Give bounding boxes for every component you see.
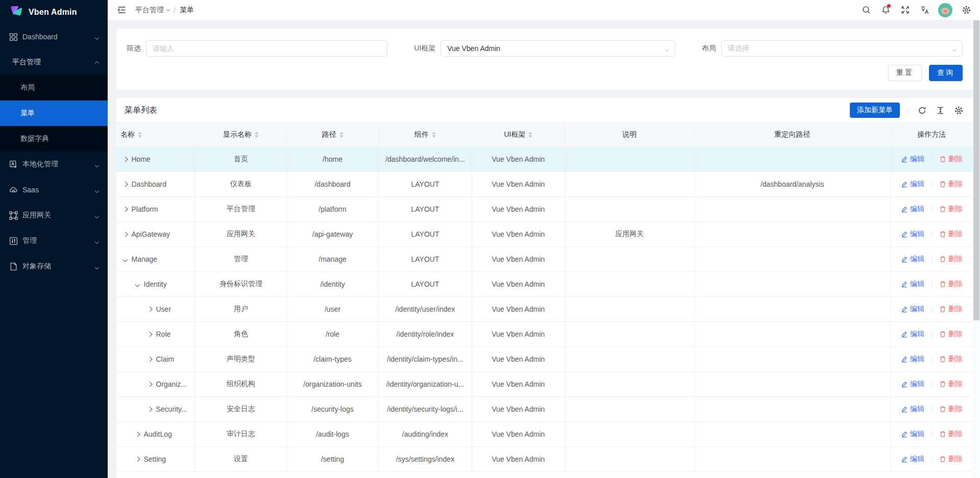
table-row[interactable]: Security... 安全日志 /security-logs /identit… [116, 397, 973, 422]
translate-icon[interactable] [916, 2, 933, 19]
expand-icon[interactable] [148, 408, 152, 411]
table-row[interactable]: Organiz... 组织机构 /organization-units /ide… [116, 372, 973, 397]
delete-button[interactable]: 删除 [939, 330, 963, 339]
filter-keyword-input[interactable] [146, 40, 387, 57]
search-button[interactable]: 查询 [929, 65, 963, 81]
sort-icon[interactable] [138, 132, 142, 138]
edit-button[interactable]: 编辑 [901, 280, 924, 289]
sidebar-item-layout[interactable]: 布局 [0, 75, 108, 100]
delete-button[interactable]: 删除 [939, 180, 963, 189]
column-header[interactable]: 重定向路径 [694, 123, 890, 147]
column-header[interactable]: 显示名称 [195, 123, 287, 147]
delete-button[interactable]: 删除 [939, 380, 963, 389]
expand-icon[interactable] [136, 283, 139, 286]
table-settings-gear-icon[interactable] [951, 103, 966, 117]
sidebar-item-manage[interactable]: 管理 [0, 228, 108, 254]
fullscreen-icon[interactable] [896, 2, 914, 19]
sidebar-item-app-gateway[interactable]: 应用网关 [0, 203, 108, 228]
scrollbar-track[interactable] [973, 20, 980, 478]
sort-icon[interactable] [528, 132, 532, 138]
expand-icon[interactable] [124, 233, 127, 236]
table-row[interactable]: ApiGateway 应用网关 /api-gateway LAYOUT Vue … [116, 222, 973, 247]
column-header[interactable]: 操作方法 [890, 123, 973, 147]
edit-button[interactable]: 编辑 [901, 330, 924, 339]
expand-icon[interactable] [148, 308, 152, 311]
table-row[interactable]: User 用户 /user /identity/user/index Vue V… [116, 297, 973, 322]
reset-button[interactable]: 重置 [888, 65, 922, 81]
delete-button[interactable]: 删除 [939, 155, 963, 164]
sort-icon[interactable] [255, 132, 259, 138]
settings-gear-icon[interactable] [958, 2, 975, 19]
edit-button[interactable]: 编辑 [901, 305, 924, 314]
expand-icon[interactable] [148, 333, 152, 336]
edit-button[interactable]: 编辑 [901, 355, 924, 364]
column-header[interactable]: UI框架 [472, 123, 565, 147]
menu-fold-icon[interactable] [114, 3, 129, 18]
expand-icon[interactable] [124, 158, 127, 161]
expand-icon[interactable] [148, 358, 152, 361]
breadcrumb-current[interactable]: 菜单 [180, 6, 194, 15]
edit-button[interactable]: 编辑 [901, 230, 924, 239]
table-row[interactable]: Role 角色 /role /identity/role/index Vue V… [116, 322, 973, 347]
delete-button[interactable]: 删除 [939, 405, 963, 414]
layout-select[interactable]: 请选择 [721, 40, 963, 57]
notification-bell-icon[interactable] [877, 2, 894, 19]
table-row[interactable]: Identity 身份标识管理 /identity LAYOUT Vue Vbe… [116, 272, 973, 297]
expand-icon[interactable] [136, 458, 139, 461]
sidebar-item-menu[interactable]: 菜单 [0, 100, 108, 126]
sidebar-item-object-storage[interactable]: 对象存储 [0, 254, 108, 279]
column-header[interactable]: 组件 [378, 123, 472, 147]
edit-button[interactable]: 编辑 [901, 455, 924, 464]
edit-button[interactable]: 编辑 [901, 205, 924, 214]
ui-framework-select[interactable]: Vue Vben Admin [440, 40, 675, 57]
expand-icon[interactable] [124, 208, 127, 211]
delete-button[interactable]: 删除 [939, 205, 963, 214]
refresh-icon[interactable] [915, 103, 929, 117]
edit-button[interactable]: 编辑 [901, 155, 924, 164]
sidebar-item-platform-management[interactable]: 平台管理 [0, 49, 108, 75]
table-row[interactable]: AuditLog 审计日志 /audit-logs /auditing/inde… [116, 422, 973, 447]
column-header[interactable]: 名称 [116, 123, 195, 147]
column-header[interactable]: 路径 [287, 123, 379, 147]
component: /auditing/index [402, 430, 448, 438]
expand-icon[interactable] [124, 183, 127, 186]
breadcrumb-section[interactable]: 平台管理 [135, 6, 169, 15]
expand-icon[interactable] [124, 258, 127, 261]
column-header[interactable]: 说明 [565, 123, 694, 147]
row-height-icon[interactable] [933, 103, 947, 117]
sidebar-item-localization[interactable]: 本地化管理 [0, 152, 108, 177]
edit-button[interactable]: 编辑 [901, 430, 924, 439]
delete-button[interactable]: 删除 [939, 280, 963, 289]
sort-icon[interactable] [432, 132, 436, 138]
topbar: 平台管理 / 菜单 [108, 0, 980, 20]
delete-button[interactable]: 删除 [939, 305, 963, 314]
table-row[interactable]: Platform 平台管理 /platform LAYOUT Vue Vben … [116, 197, 973, 222]
sidebar-item-data-dictionary[interactable]: 数据字典 [0, 126, 108, 152]
scrollbar-thumb[interactable] [973, 20, 979, 320]
edit-button[interactable]: 编辑 [901, 255, 924, 264]
delete-button[interactable]: 删除 [939, 230, 963, 239]
sidebar-item-saas[interactable]: Saas [0, 177, 108, 203]
framework: Vue Vben Admin [492, 155, 545, 163]
sidebar-item-dashboard[interactable]: Dashboard [0, 24, 108, 49]
table-row[interactable]: Claim 声明类型 /claim-types /identity/claim-… [116, 347, 973, 372]
delete-button[interactable]: 删除 [939, 430, 963, 439]
table-row[interactable]: Home 首页 /home /dashboard/welcome/in... V… [116, 147, 973, 172]
logo[interactable]: Vben Admin [0, 0, 108, 24]
user-avatar[interactable] [938, 3, 952, 17]
delete-button[interactable]: 删除 [939, 455, 963, 464]
expand-icon[interactable] [148, 383, 152, 386]
add-menu-button[interactable]: 添加新菜单 [850, 103, 900, 118]
delete-button[interactable]: 删除 [939, 255, 963, 264]
table-row[interactable]: Dashboard 仪表板 /dashboard LAYOUT Vue Vben… [116, 172, 973, 197]
delete-button[interactable]: 删除 [939, 355, 963, 364]
table-row[interactable]: Setting 设置 /setting /sys/settings/index … [116, 447, 973, 472]
expand-icon[interactable] [136, 433, 139, 436]
table-row[interactable]: Manage 管理 /manage LAYOUT Vue Vben Admin … [116, 247, 973, 272]
sort-icon[interactable] [339, 132, 344, 138]
edit-button[interactable]: 编辑 [901, 380, 924, 389]
edit-button[interactable]: 编辑 [901, 180, 924, 189]
search-icon[interactable] [857, 2, 875, 19]
path: /platform [318, 205, 346, 213]
edit-button[interactable]: 编辑 [901, 405, 924, 414]
